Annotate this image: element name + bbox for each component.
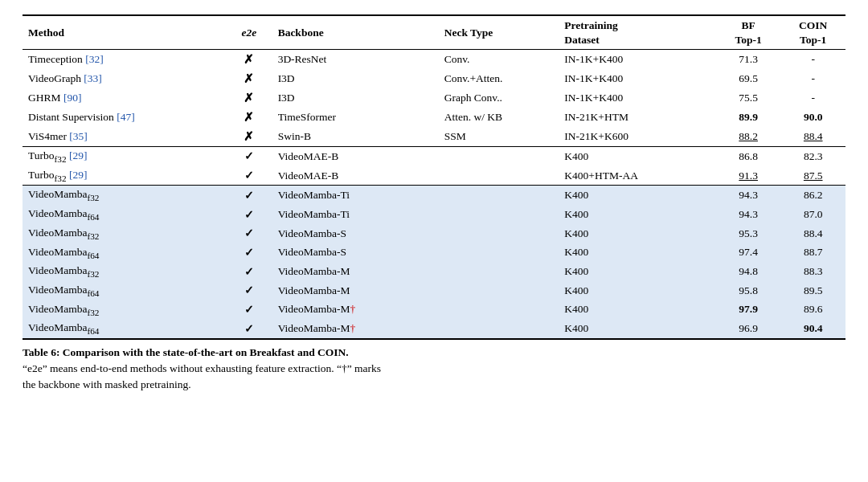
cell-neck	[439, 243, 559, 263]
cell-neck: Atten. w/ KB	[439, 108, 559, 127]
table-row: VideoMambaf64 ✓ VideoMamba-S K400 97.4 8…	[23, 243, 845, 263]
cell-pretrain: IN-1K+K400	[559, 88, 716, 108]
cell-pretrain: K400	[559, 205, 716, 224]
cell-backbone: VideoMAE-B	[272, 147, 439, 166]
cell-backbone: VideoMamba-Ti	[272, 186, 439, 205]
cell-neck	[439, 205, 559, 224]
header-pretrain: Pretraining Dataset	[559, 15, 716, 50]
cell-coin: 87.5	[780, 166, 845, 186]
cell-coin: 87.0	[780, 205, 845, 224]
cell-bf: 94.8	[716, 262, 781, 281]
cell-bf: 89.9	[716, 108, 781, 127]
cell-bf: 97.4	[716, 243, 781, 263]
cell-neck	[439, 186, 559, 205]
cell-bf: 88.2	[716, 127, 781, 147]
header-backbone: Backbone	[272, 15, 439, 50]
cell-method: VideoMambaf32	[23, 300, 226, 320]
cell-backbone: VideoMamba-M†	[272, 300, 439, 320]
table-row: VideoMambaf32 ✓ VideoMamba-S K400 95.3 8…	[23, 224, 845, 243]
cell-method: Turbof32 [29]	[23, 166, 226, 186]
cell-bf: 95.3	[716, 224, 781, 243]
cell-neck	[439, 224, 559, 243]
cell-e2e: ✓	[226, 243, 272, 263]
cell-bf: 97.9	[716, 300, 781, 320]
cell-pretrain: K400	[559, 243, 716, 263]
cell-pretrain: IN-21K+HTM	[559, 108, 716, 127]
cell-e2e: ✓	[226, 262, 272, 281]
header-bf: BF Top-1	[716, 15, 781, 50]
cell-backbone: I3D	[272, 69, 439, 88]
cell-coin: 89.6	[780, 300, 845, 320]
cell-e2e: ✗	[226, 108, 272, 127]
cell-pretrain: K400	[559, 319, 716, 339]
caption-bold: Table 6: Comparison with the state-of-th…	[23, 346, 349, 358]
cell-neck	[439, 319, 559, 339]
comparison-table: Method e2e Backbone Neck Type Pretrainin…	[23, 14, 845, 340]
cell-backbone: 3D-ResNet	[272, 50, 439, 70]
cell-pretrain: K400	[559, 262, 716, 281]
cell-method: VideoMambaf32	[23, 262, 226, 281]
cell-method: VideoMambaf32	[23, 224, 226, 243]
cell-method: Timeception [32]	[23, 50, 226, 70]
cell-bf: 91.3	[716, 166, 781, 186]
table-row: VideoMambaf32 ✓ VideoMamba-M K400 94.8 8…	[23, 262, 845, 281]
cell-bf: 95.8	[716, 281, 781, 300]
cell-e2e: ✗	[226, 127, 272, 147]
cell-backbone: VideoMamba-Ti	[272, 205, 439, 224]
cell-e2e: ✓	[226, 319, 272, 339]
cell-coin: 89.5	[780, 281, 845, 300]
table-row: ViS4mer [35] ✗ Swin-B SSM IN-21K+K600 88…	[23, 127, 845, 147]
cell-method: VideoMambaf64	[23, 319, 226, 339]
cell-neck: SSM	[439, 127, 559, 147]
header-neck: Neck Type	[439, 15, 559, 50]
cell-bf: 94.3	[716, 205, 781, 224]
cell-e2e: ✗	[226, 69, 272, 88]
cell-neck	[439, 281, 559, 300]
cell-pretrain: IN-21K+K600	[559, 127, 716, 147]
cell-pretrain: K400	[559, 300, 716, 320]
cell-method: Turbof32 [29]	[23, 147, 226, 166]
cell-method: VideoMambaf64	[23, 281, 226, 300]
cell-e2e: ✗	[226, 50, 272, 70]
caption-text2: the backbone with masked pretraining.	[23, 378, 191, 390]
cell-neck	[439, 262, 559, 281]
cell-coin: -	[780, 69, 845, 88]
table-row: Turbof32 [29] ✓ VideoMAE-B K400 86.8 82.…	[23, 147, 845, 166]
table-caption: Table 6: Comparison with the state-of-th…	[23, 345, 845, 394]
cell-bf: 75.5	[716, 88, 781, 108]
cell-coin: -	[780, 50, 845, 70]
table-row: VideoMambaf64 ✓ VideoMamba-M† K400 96.9 …	[23, 319, 845, 339]
cell-method: ViS4mer [35]	[23, 127, 226, 147]
table-container: Method e2e Backbone Neck Type Pretrainin…	[23, 14, 845, 394]
cell-e2e: ✓	[226, 186, 272, 205]
cell-backbone: TimeSformer	[272, 108, 439, 127]
cell-backbone: I3D	[272, 88, 439, 108]
header-coin: COIN Top-1	[780, 15, 845, 50]
cell-backbone: VideoMAE-B	[272, 166, 439, 186]
cell-method: VideoMambaf64	[23, 243, 226, 263]
cell-pretrain: K400	[559, 186, 716, 205]
cell-bf: 71.3	[716, 50, 781, 70]
cell-method: VideoMambaf64	[23, 205, 226, 224]
cell-e2e: ✓	[226, 166, 272, 186]
table-row: Distant Supervision [47] ✗ TimeSformer A…	[23, 108, 845, 127]
cell-method: GHRM [90]	[23, 88, 226, 108]
cell-backbone: VideoMamba-S	[272, 224, 439, 243]
cell-neck: Graph Conv..	[439, 88, 559, 108]
header-method: Method	[23, 15, 226, 50]
cell-coin: 88.4	[780, 127, 845, 147]
cell-coin: 90.0	[780, 108, 845, 127]
table-row: Turbof32 [29] ✓ VideoMAE-B K400+HTM-AA 9…	[23, 166, 845, 186]
cell-bf: 94.3	[716, 186, 781, 205]
cell-pretrain: IN-1K+K400	[559, 69, 716, 88]
cell-e2e: ✓	[226, 205, 272, 224]
cell-e2e: ✓	[226, 300, 272, 320]
table-row: VideoMambaf64 ✓ VideoMamba-M K400 95.8 8…	[23, 281, 845, 300]
cell-backbone: VideoMamba-S	[272, 243, 439, 263]
cell-pretrain: K400+HTM-AA	[559, 166, 716, 186]
cell-e2e: ✓	[226, 224, 272, 243]
cell-method: VideoMambaf32	[23, 186, 226, 205]
header-e2e: e2e	[226, 15, 272, 50]
table-row: Timeception [32] ✗ 3D-ResNet Conv. IN-1K…	[23, 50, 845, 70]
cell-bf: 69.5	[716, 69, 781, 88]
